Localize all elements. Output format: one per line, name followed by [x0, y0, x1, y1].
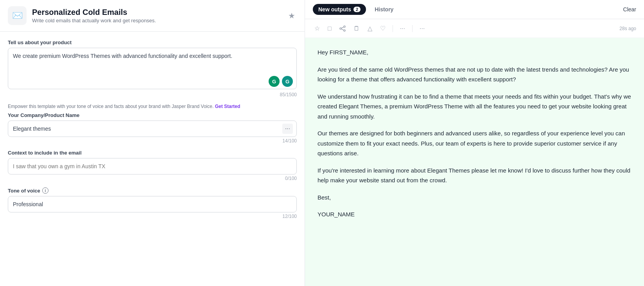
brand-voice-bar: Empower this template with your tone of … [8, 104, 297, 109]
output-para1: Are you tired of the same old WordPress … [318, 65, 631, 85]
tone-info-icon: i [42, 187, 48, 194]
output-toolbar: ☆ □ 🗒 △ ♡ ··· ··· 28s ago [305, 19, 644, 38]
email-icon: ✉️ [12, 11, 23, 21]
ai-badge-j[interactable]: G [282, 76, 293, 87]
form-area: Tell us about your product G G 85/1500 E… [0, 32, 305, 286]
get-started-link[interactable]: Get Started [215, 104, 240, 109]
right-header: New outputs 2 History Clear [305, 0, 644, 19]
history-tab[interactable]: History [369, 4, 399, 15]
app-icon: ✉️ [8, 6, 27, 25]
product-textarea-wrapper: G G [8, 48, 297, 91]
toolbar-extra-icon[interactable]: ··· [418, 23, 426, 34]
company-input-wrapper: ··· [8, 121, 297, 137]
app-subtitle: Write cold emails that actually work and… [32, 18, 281, 23]
left-panel: ✉️ Personalized Cold Emails Write cold e… [0, 0, 305, 286]
output-content: Hey FIRST_NAME, Are you tired of the sam… [305, 38, 644, 286]
new-outputs-badge: 2 [353, 7, 361, 12]
timestamp: 28s ago [619, 26, 636, 31]
svg-point-0 [344, 26, 345, 27]
svg-point-1 [340, 28, 341, 29]
output-para2: We understand how frustrating it can be … [318, 92, 631, 122]
company-input[interactable] [8, 121, 297, 137]
history-label: History [375, 6, 393, 13]
new-outputs-label: New outputs [318, 6, 351, 13]
toolbar-heart-icon[interactable]: ♡ [379, 23, 387, 34]
svg-point-2 [344, 30, 345, 31]
context-field-group: Context to include in the email 0/100 [8, 150, 297, 181]
context-char-count: 0/100 [8, 176, 297, 181]
output-para4: If you're interested in learning more ab… [318, 165, 631, 185]
new-outputs-tab[interactable]: New outputs 2 [313, 4, 366, 15]
tone-field-group: Tone of voice i 12/100 [8, 187, 297, 219]
toolbar-flag-icon[interactable]: △ [366, 23, 374, 34]
output-para3: Our themes are designed for both beginne… [318, 128, 631, 158]
context-input[interactable] [8, 158, 297, 174]
app-title: Personalized Cold Emails [32, 8, 281, 17]
toolbar-doc-icon[interactable]: 🗒 [352, 23, 361, 34]
output-closing: Best, [318, 192, 631, 203]
output-greeting: Hey FIRST_NAME, [318, 47, 631, 58]
ai-badges: G G [269, 76, 293, 87]
app-header: ✉️ Personalized Cold Emails Write cold e… [0, 0, 305, 32]
product-field-group: Tell us about your product G G 85/1500 [8, 40, 297, 97]
toolbar-share-icon[interactable] [338, 24, 347, 33]
toolbar-star-icon[interactable]: ☆ [313, 23, 321, 34]
app-title-block: Personalized Cold Emails Write cold emai… [32, 8, 281, 23]
right-panel: New outputs 2 History Clear ☆ □ 🗒 △ ♡ ··… [305, 0, 644, 286]
tone-label: Tone of voice i [8, 187, 297, 194]
company-char-count: 14/100 [8, 138, 297, 144]
product-label: Tell us about your product [8, 40, 297, 45]
product-textarea[interactable] [8, 48, 297, 89]
output-signature: YOUR_NAME [318, 209, 631, 219]
svg-line-4 [341, 29, 344, 30]
toolbar-divider [393, 25, 393, 32]
company-label: Your Company/Product Name [8, 112, 297, 118]
toolbar-copy-icon[interactable]: □ [326, 23, 333, 34]
context-label: Context to include in the email [8, 150, 297, 156]
company-field-group: Your Company/Product Name ··· 14/100 [8, 112, 297, 144]
toolbar-divider-2 [412, 25, 413, 32]
ai-badge-g[interactable]: G [269, 76, 280, 87]
company-dots-button[interactable]: ··· [282, 124, 293, 134]
svg-line-3 [341, 27, 344, 28]
toolbar-more-icon[interactable]: ··· [398, 23, 407, 34]
star-button[interactable]: ★ [287, 9, 297, 22]
tone-char-count: 12/100 [8, 214, 297, 219]
product-char-count: 85/1500 [8, 92, 297, 97]
clear-button[interactable]: Clear [623, 6, 636, 13]
tone-input[interactable] [8, 196, 297, 212]
